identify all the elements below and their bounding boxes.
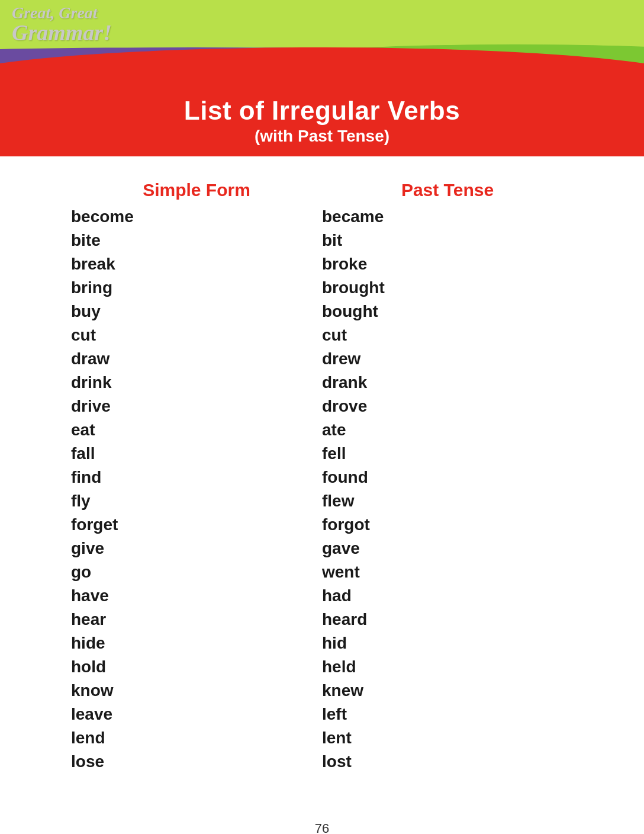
table-row: hidehid [71,631,573,655]
verb-simple-form: have [71,584,322,608]
verb-simple-form: buy [71,300,322,323]
table-row: drinkdrank [71,371,573,394]
red-banner: List of Irregular Verbs (with Past Tense… [0,83,644,156]
table-header-row: Simple Form Past Tense [71,174,573,205]
table-row: flyflew [71,489,573,513]
header-past-tense: Past Tense [322,174,573,205]
verb-simple-form: drive [71,394,322,418]
verb-past-tense: left [322,703,573,726]
verb-table: Simple Form Past Tense becomebecamebiteb… [71,174,573,774]
verb-past-tense: knew [322,679,573,703]
table-row: holdheld [71,655,573,679]
verb-past-tense: bought [322,300,573,323]
verb-simple-form: find [71,466,322,489]
table-row: havehad [71,584,573,608]
verb-simple-form: know [71,679,322,703]
verb-simple-form: fly [71,489,322,513]
table-row: loselost [71,750,573,774]
verb-simple-form: hear [71,608,322,631]
page-number: 76 [0,809,644,834]
verb-past-tense: hid [322,631,573,655]
header-area: Great, Great Grammar! [0,0,644,83]
verb-past-tense: heard [322,608,573,631]
table-row: bringbrought [71,276,573,300]
verb-simple-form: eat [71,418,322,442]
verb-past-tense: lost [322,750,573,774]
table-row: gowent [71,560,573,584]
table-row: drawdrew [71,347,573,371]
verb-simple-form: go [71,560,322,584]
verb-past-tense: drank [322,371,573,394]
verb-simple-form: break [71,252,322,276]
verb-past-tense: lent [322,726,573,750]
verb-simple-form: forget [71,513,322,537]
verb-past-tense: flew [322,489,573,513]
table-row: becomebecame [71,205,573,229]
table-row: cutcut [71,323,573,347]
table-row: breakbroke [71,252,573,276]
verb-simple-form: bite [71,229,322,252]
verb-past-tense: became [322,205,573,229]
verb-simple-form: give [71,537,322,560]
verb-simple-form: lend [71,726,322,750]
verb-simple-form: leave [71,703,322,726]
verb-past-tense: went [322,560,573,584]
table-row: eatate [71,418,573,442]
table-row: givegave [71,537,573,560]
table-row: bitebit [71,229,573,252]
verb-simple-form: hide [71,631,322,655]
verb-past-tense: held [322,655,573,679]
logo-text-top: Great, Great [12,5,112,21]
verb-simple-form: bring [71,276,322,300]
verb-past-tense: found [322,466,573,489]
verb-simple-form: become [71,205,322,229]
verb-simple-form: hold [71,655,322,679]
table-row: findfound [71,466,573,489]
table-row: hearheard [71,608,573,631]
verb-simple-form: drink [71,371,322,394]
verb-past-tense: cut [322,323,573,347]
verb-past-tense: drew [322,347,573,371]
verb-simple-form: cut [71,323,322,347]
table-row: buybought [71,300,573,323]
verb-past-tense: broke [322,252,573,276]
verb-past-tense: bit [322,229,573,252]
verb-past-tense: brought [322,276,573,300]
banner-subtitle: (with Past Tense) [12,127,632,146]
content-area: Simple Form Past Tense becomebecamebiteb… [0,156,644,809]
logo-text-bottom: Grammar! [12,21,112,44]
verb-simple-form: fall [71,442,322,466]
table-row: knowknew [71,679,573,703]
verb-past-tense: drove [322,394,573,418]
verb-simple-form: lose [71,750,322,774]
verb-past-tense: had [322,584,573,608]
header-simple-form: Simple Form [71,174,322,205]
banner-title: List of Irregular Verbs [12,96,632,126]
verb-past-tense: gave [322,537,573,560]
table-row: leaveleft [71,703,573,726]
table-row: drivedrove [71,394,573,418]
table-row: forgetforgot [71,513,573,537]
verb-past-tense: forgot [322,513,573,537]
verb-past-tense: ate [322,418,573,442]
table-row: fallfell [71,442,573,466]
table-row: lendlent [71,726,573,750]
verb-past-tense: fell [322,442,573,466]
logo-area: Great, Great Grammar! [12,5,112,44]
verb-simple-form: draw [71,347,322,371]
